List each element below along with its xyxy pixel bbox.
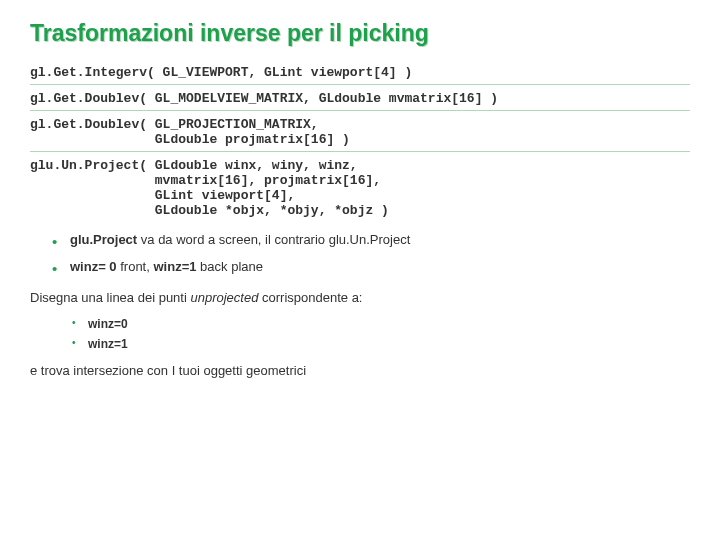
code-line-2: gl.Get.Doublev( GL_MODELVIEW_MATRIX, GLd… bbox=[30, 91, 690, 106]
page-title: Trasformazioni inverse per il picking bbox=[30, 20, 690, 47]
text-bold: winz=1 bbox=[153, 259, 196, 274]
sub-list: winz=0 winz=1 bbox=[30, 317, 690, 351]
text-italic: unprojected bbox=[190, 290, 258, 305]
divider bbox=[30, 151, 690, 152]
text: Disegna una linea dei punti bbox=[30, 290, 190, 305]
text: corrispondente a: bbox=[258, 290, 362, 305]
code-line-1: gl.Get.Integerv( GL_VIEWPORT, GLint view… bbox=[30, 65, 690, 80]
list-item: glu.Project va da word a screen, il cont… bbox=[70, 232, 690, 249]
function-name: glu.Project bbox=[70, 232, 137, 247]
paragraph: e trova intersezione con I tuoi oggetti … bbox=[30, 363, 690, 378]
list-item: winz=0 bbox=[88, 317, 690, 331]
list-item: winz= 0 front, winz=1 back plane bbox=[70, 259, 690, 276]
bullet-list: glu.Project va da word a screen, il cont… bbox=[30, 232, 690, 276]
text-bold: winz=0 bbox=[88, 317, 128, 331]
list-item: winz=1 bbox=[88, 337, 690, 351]
code-line-3: gl.Get.Doublev( GL_PROJECTION_MATRIX, GL… bbox=[30, 117, 690, 147]
text-bold: winz=1 bbox=[88, 337, 128, 351]
divider bbox=[30, 84, 690, 85]
code-line-4: glu.Un.Project( GLdouble winx, winy, win… bbox=[30, 158, 690, 218]
text: front, bbox=[117, 259, 154, 274]
text-bold: winz= 0 bbox=[70, 259, 117, 274]
paragraph: Disegna una linea dei punti unprojected … bbox=[30, 290, 690, 305]
text: back plane bbox=[196, 259, 263, 274]
text: va da word a screen, il contrario glu.Un… bbox=[137, 232, 410, 247]
divider bbox=[30, 110, 690, 111]
